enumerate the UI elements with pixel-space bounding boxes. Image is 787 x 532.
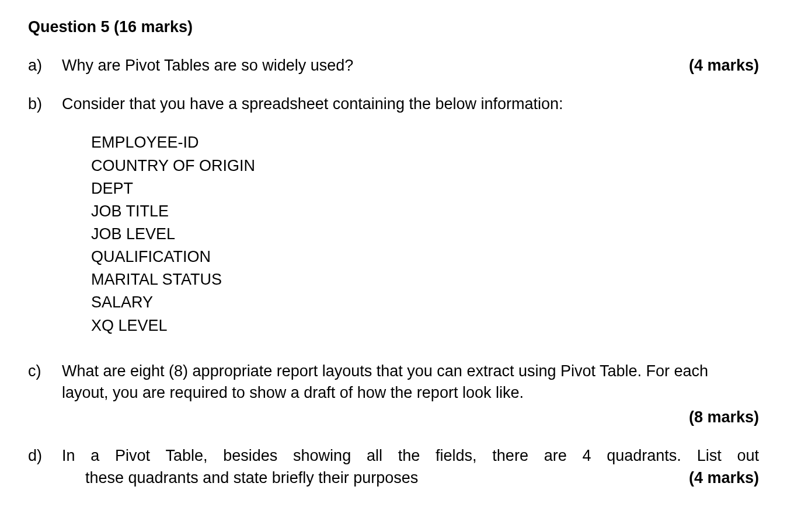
part-a-marks: (4 marks) [689, 55, 759, 77]
part-a-body: Why are Pivot Tables are so widely used?… [62, 55, 759, 77]
part-a-text: Why are Pivot Tables are so widely used? [62, 55, 689, 77]
part-d-body: In a Pivot Table, besides showing all th… [62, 445, 759, 489]
field-item: SALARY [91, 291, 759, 314]
part-d-line2-row: these quadrants and state briefly their … [62, 467, 759, 489]
field-item: JOB LEVEL [91, 223, 759, 246]
part-d-marks: (4 marks) [689, 467, 759, 489]
part-d: d) In a Pivot Table, besides showing all… [28, 445, 759, 489]
question-heading: Question 5 (16 marks) [28, 16, 759, 38]
field-item: COUNTRY OF ORIGIN [91, 155, 759, 177]
part-b-text: Consider that you have a spreadsheet con… [62, 93, 759, 116]
part-b: b) Consider that you have a spreadsheet … [28, 93, 759, 337]
field-item: JOB TITLE [91, 200, 759, 223]
part-d-line2: these quadrants and state briefly their … [85, 467, 418, 489]
field-item: MARITAL STATUS [91, 268, 759, 291]
field-item: DEPT [91, 177, 759, 200]
part-c-marks: (8 marks) [62, 407, 759, 429]
part-a: a) Why are Pivot Tables are so widely us… [28, 55, 759, 77]
part-d-label: d) [28, 445, 62, 489]
part-b-label: b) [28, 93, 62, 337]
part-a-label: a) [28, 55, 62, 77]
field-item: QUALIFICATION [91, 246, 759, 268]
part-c: c) What are eight (8) appropriate report… [28, 360, 759, 429]
part-d-line1: In a Pivot Table, besides showing all th… [62, 445, 759, 467]
field-list: EMPLOYEE-ID COUNTRY OF ORIGIN DEPT JOB T… [62, 131, 759, 337]
part-b-body: Consider that you have a spreadsheet con… [62, 93, 759, 337]
field-item: XQ LEVEL [91, 314, 759, 337]
part-c-body: What are eight (8) appropriate report la… [62, 360, 759, 429]
part-c-label: c) [28, 360, 62, 429]
field-item: EMPLOYEE-ID [91, 131, 759, 154]
part-c-text: What are eight (8) appropriate report la… [62, 360, 759, 405]
